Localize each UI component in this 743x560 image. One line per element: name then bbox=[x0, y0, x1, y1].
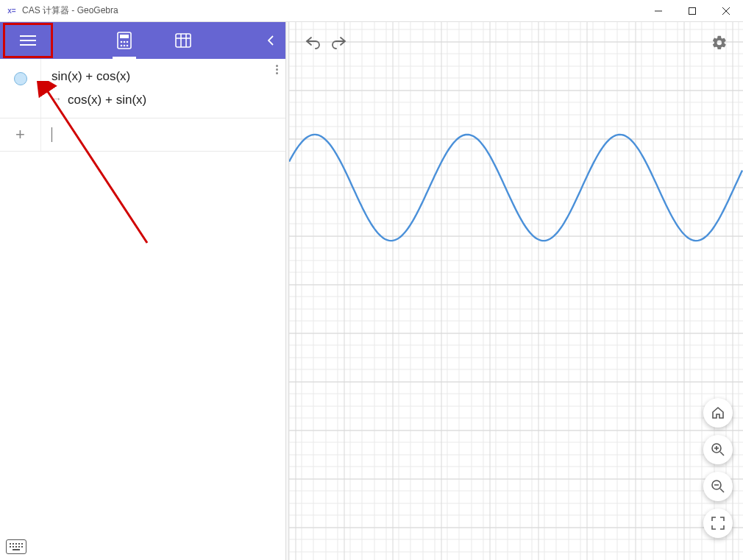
visibility-toggle[interactable] bbox=[14, 72, 27, 85]
settings-button[interactable] bbox=[706, 29, 733, 56]
app-icon: x= bbox=[6, 5, 18, 17]
fullscreen-icon bbox=[711, 517, 725, 530]
tab-table[interactable] bbox=[168, 22, 198, 59]
svg-rect-15 bbox=[176, 34, 191, 47]
svg-line-130 bbox=[720, 489, 724, 492]
svg-point-12 bbox=[121, 45, 123, 47]
window-titlebar: x= CAS 计算器 - GeoGebra bbox=[0, 0, 743, 22]
graph-canvas[interactable] bbox=[289, 22, 743, 560]
cas-toolbar bbox=[0, 22, 285, 59]
home-view-button[interactable] bbox=[703, 398, 733, 428]
calculator-icon bbox=[117, 32, 132, 49]
zoom-out-icon bbox=[711, 479, 725, 494]
svg-point-11 bbox=[127, 41, 129, 43]
svg-point-9 bbox=[121, 41, 123, 43]
cas-output: → cos(x) + sin(x) bbox=[51, 88, 278, 110]
undo-button[interactable] bbox=[299, 29, 326, 56]
cas-rows: sin(x) + cos(x) → cos(x) + sin(x) + bbox=[0, 59, 285, 560]
text-cursor bbox=[51, 127, 52, 142]
cas-new-row[interactable]: + bbox=[0, 118, 285, 152]
cas-output-text: cos(x) + sin(x) bbox=[68, 93, 146, 107]
new-row-input[interactable] bbox=[41, 118, 285, 151]
redo-icon bbox=[331, 36, 347, 49]
svg-rect-1 bbox=[689, 7, 696, 14]
output-arrow-icon: → bbox=[51, 93, 62, 104]
zoom-in-icon bbox=[711, 442, 725, 457]
graphics-view[interactable] bbox=[289, 22, 743, 560]
svg-point-13 bbox=[124, 45, 126, 47]
svg-line-126 bbox=[720, 452, 724, 456]
grid bbox=[289, 22, 743, 560]
fullscreen-button[interactable] bbox=[703, 508, 733, 538]
row-menu-button[interactable] bbox=[276, 63, 278, 76]
zoom-in-button[interactable] bbox=[703, 435, 733, 464]
undo-icon bbox=[305, 36, 321, 49]
table-icon bbox=[175, 33, 191, 48]
window-title: CAS 计算器 - GeoGebra bbox=[22, 4, 118, 17]
zoom-out-button[interactable] bbox=[703, 472, 733, 501]
chevron-left-icon bbox=[268, 35, 274, 46]
cas-input[interactable]: sin(x) + cos(x) bbox=[51, 66, 278, 88]
collapse-panel-button[interactable] bbox=[256, 22, 285, 59]
virtual-keyboard-button[interactable] bbox=[6, 539, 26, 554]
cas-panel: sin(x) + cos(x) → cos(x) + sin(x) + bbox=[0, 22, 285, 560]
window-maximize-button[interactable] bbox=[675, 0, 709, 22]
home-icon bbox=[711, 405, 725, 420]
tab-calculator[interactable] bbox=[110, 22, 139, 59]
hamburger-menu-button[interactable] bbox=[4, 24, 51, 57]
svg-rect-8 bbox=[120, 35, 129, 38]
gear-icon bbox=[711, 35, 728, 51]
redo-button[interactable] bbox=[326, 29, 352, 56]
window-minimize-button[interactable] bbox=[641, 0, 675, 22]
window-close-button[interactable] bbox=[709, 0, 743, 22]
add-row-button[interactable]: + bbox=[0, 118, 41, 151]
svg-point-10 bbox=[124, 41, 126, 43]
hamburger-icon bbox=[20, 35, 36, 46]
cas-row[interactable]: sin(x) + cos(x) → cos(x) + sin(x) bbox=[0, 59, 285, 118]
svg-point-14 bbox=[127, 45, 129, 47]
